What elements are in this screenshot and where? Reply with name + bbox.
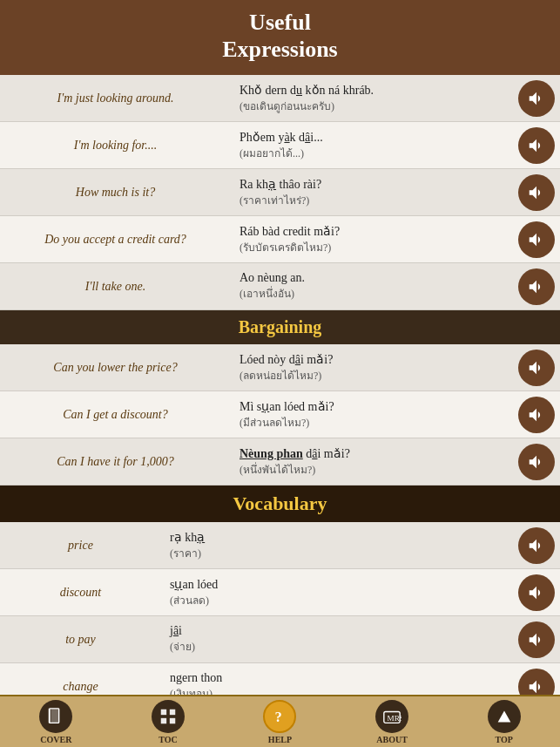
svg-text:?: ?: [275, 708, 282, 724]
expression-translation-1: Khǒ dern du kǒn ná khráb. (ขอเดินดูก่อนน…: [231, 78, 518, 119]
nav-toc-label: TOC: [159, 735, 178, 744]
bargaining-row-3: Can I have it for 1,000? Nèung phan dâi …: [0, 438, 560, 486]
nav-cover-label: COVER: [40, 735, 71, 744]
vocab-translation-2: sụan lóed (ส่วนลด): [161, 572, 518, 614]
bargaining-header: Bargaining: [0, 310, 560, 344]
top-icon: [488, 700, 521, 733]
expression-english-3: How much is it?: [0, 179, 231, 207]
vocab-translation-1: rạ khạ (ราคา): [161, 525, 518, 567]
vocab-english-3: to pay: [0, 626, 161, 654]
audio-button-4[interactable]: [518, 221, 555, 258]
svg-rect-4: [170, 709, 175, 714]
audio-button-6[interactable]: [518, 350, 555, 386]
nav-top-label: TOP: [495, 735, 512, 744]
audio-button-7[interactable]: [518, 397, 555, 433]
vocab-row-2: discount sụan lóed (ส่วนลด): [0, 569, 560, 616]
expression-row-2: I'm looking for.... Phǒem yàk dâi... (ผม…: [0, 122, 560, 169]
vocab-row-1: price rạ khạ (ราคา): [0, 522, 560, 569]
bargaining-english-1: Can you lower the price?: [0, 354, 231, 382]
content-area: Useful Expressions I'm just looking arou…: [0, 0, 560, 747]
nav-help-label: HELP: [268, 735, 292, 744]
audio-button-v2[interactable]: [518, 574, 555, 611]
expression-english-1: I'm just looking around.: [0, 85, 231, 112]
svg-rect-5: [161, 717, 166, 723]
nav-top[interactable]: TOP: [469, 700, 539, 744]
expressions-section: I'm just looking around. Khǒ dern du kǒn…: [0, 75, 560, 310]
audio-button-v1[interactable]: [518, 527, 555, 564]
audio-button-2[interactable]: [518, 127, 555, 164]
bargaining-translation-3: Nèung phan dâi mǎi? (หนึ่งพันได้ไหม?): [231, 441, 518, 483]
vocab-translation-3: jâi (จ่าย): [161, 619, 518, 660]
nav-help[interactable]: ? HELP: [245, 700, 314, 744]
bargaining-row-2: Can I get a discount? Mì sụan lóed mǎi? …: [0, 391, 560, 438]
bargaining-translation-1: Lóed nòy dâi mǎi? (ลดหน่อยได้ไหม?): [231, 347, 518, 389]
expression-row-1: I'm just looking around. Khǒ dern du kǒn…: [0, 75, 560, 122]
expression-row-5: I'll take one. Ao nèung an. (เอาหนึ่งอัน…: [0, 263, 560, 310]
audio-button-v3[interactable]: [518, 621, 555, 658]
svg-rect-1: [51, 708, 59, 723]
audio-button-8[interactable]: [518, 444, 555, 480]
audio-button-3[interactable]: [518, 174, 555, 211]
vocab-english-2: discount: [0, 579, 161, 607]
vocabulary-header: Vocabulary: [0, 486, 560, 522]
svg-rect-6: [170, 717, 175, 723]
audio-button-1[interactable]: [518, 80, 555, 117]
toc-icon: [152, 700, 185, 733]
page-header: Useful Expressions: [0, 0, 560, 75]
audio-button-5[interactable]: [518, 268, 555, 305]
bargaining-translation-2: Mì sụan lóed mǎi? (มีส่วนลดไหม?): [231, 394, 518, 436]
bottom-nav: COVER TOC ? HELP MRS ABOUT: [0, 695, 560, 747]
bargaining-row-1: Can you lower the price? Lóed nòy dâi mǎ…: [0, 344, 560, 391]
about-icon: MRS: [375, 700, 408, 733]
expression-english-2: I'm looking for....: [0, 132, 231, 160]
expression-translation-2: Phǒem yàk dâi... (ผมอยากได้...): [231, 125, 518, 166]
bargaining-english-2: Can I get a discount?: [0, 401, 231, 429]
svg-marker-10: [497, 710, 510, 722]
bargaining-english-3: Can I have it for 1,000?: [0, 448, 231, 476]
expression-english-4: Do you accept a credit card?: [0, 226, 231, 254]
help-icon: ?: [263, 700, 296, 733]
header-title: Useful Expressions: [17, 9, 543, 63]
expression-english-5: I'll take one.: [0, 273, 231, 301]
nav-cover[interactable]: COVER: [21, 700, 91, 744]
vocab-english-1: price: [0, 532, 161, 560]
expression-row-4: Do you accept a credit card? Ráb bàd cre…: [0, 216, 560, 263]
nav-about[interactable]: MRS ABOUT: [357, 700, 427, 744]
expression-translation-5: Ao nèung an. (เอาหนึ่งอัน): [231, 266, 518, 307]
nav-toc[interactable]: TOC: [133, 700, 203, 744]
expression-translation-4: Ráb bàd credit mǎi? (รับบัตรเครดิตไหม?): [231, 219, 518, 261]
vocab-row-3: to pay jâi (จ่าย): [0, 616, 560, 663]
nav-about-label: ABOUT: [376, 735, 408, 744]
expression-translation-3: Ra khạ thâo rài? (ราคาเท่าไหร่?): [231, 172, 518, 214]
cover-icon: [39, 700, 72, 733]
bargaining-section: Can you lower the price? Lóed nòy dâi mǎ…: [0, 344, 560, 486]
svg-rect-3: [161, 709, 166, 714]
svg-text:MRS: MRS: [388, 713, 402, 722]
expression-row-3: How much is it? Ra khạ thâo rài? (ราคาเท…: [0, 169, 560, 216]
